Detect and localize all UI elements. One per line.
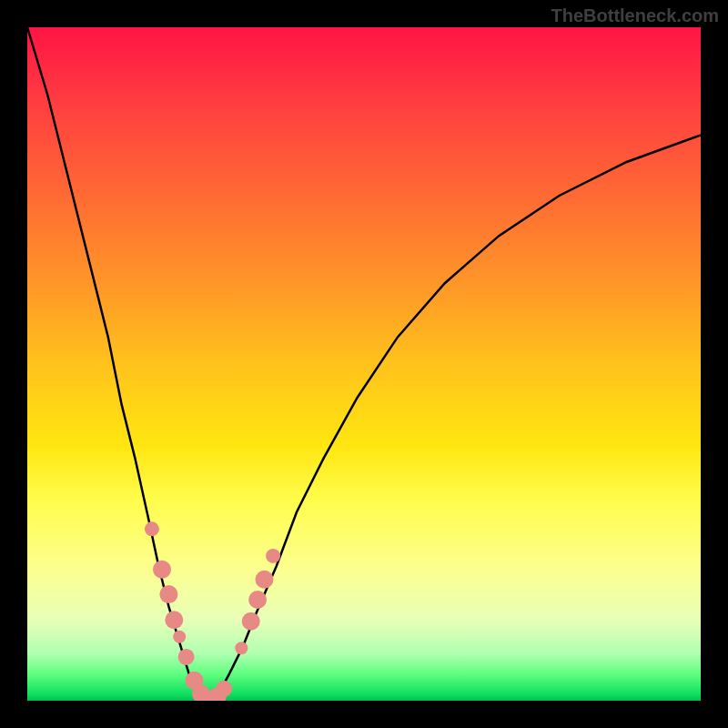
data-marker bbox=[165, 611, 183, 629]
data-marker bbox=[248, 591, 267, 609]
data-marker bbox=[235, 642, 248, 654]
data-marker bbox=[266, 549, 280, 563]
data-marker bbox=[159, 585, 177, 603]
data-marker bbox=[153, 561, 171, 579]
data-marker bbox=[178, 649, 195, 665]
marker-group bbox=[145, 521, 280, 701]
attribution-text: TheBottleneck.com bbox=[551, 5, 719, 26]
data-marker bbox=[256, 571, 274, 589]
data-marker bbox=[173, 631, 186, 643]
data-marker bbox=[242, 612, 260, 631]
data-marker bbox=[145, 521, 159, 536]
chart-svg bbox=[27, 27, 701, 701]
chart-plot-area bbox=[27, 27, 701, 701]
bottleneck-curve bbox=[27, 27, 701, 701]
data-marker bbox=[216, 681, 232, 697]
